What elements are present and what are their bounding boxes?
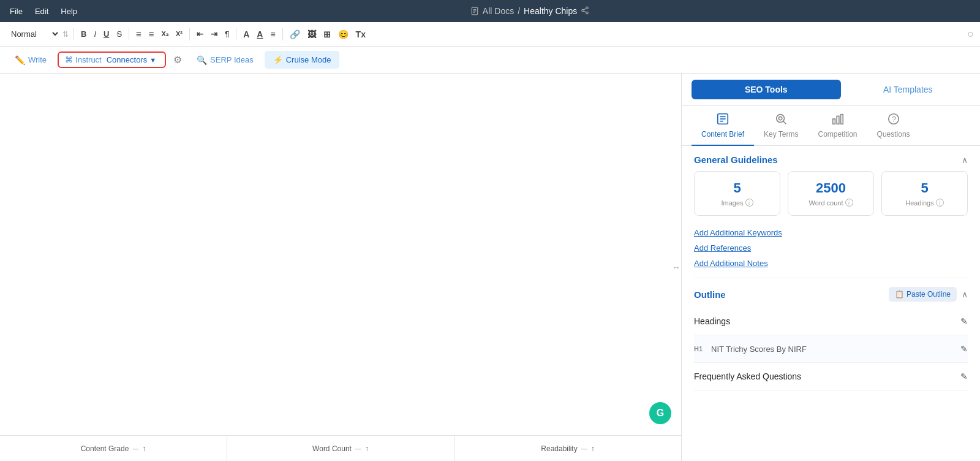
outline-headings-label: Headings	[694, 316, 730, 326]
wordcount-label: Word count i	[794, 199, 867, 207]
seo-tools-button[interactable]: SEO Tools	[692, 80, 841, 99]
font-color-button[interactable]: A	[240, 28, 252, 41]
panel-tabs: Content Brief Key Terms Competition ? Qu…	[682, 106, 980, 146]
outline-title: Outline	[694, 289, 726, 300]
cruise-mode-button[interactable]: ⚡ Cruise Mode	[265, 51, 340, 69]
instruct-label: Instruct	[75, 55, 102, 64]
bold-button[interactable]: B	[78, 28, 89, 40]
bottom-bar: Content Grade — ↑ Word Count — ↑ Readabi…	[0, 435, 681, 461]
outline-faq-left: Frequently Asked Questions	[694, 371, 801, 381]
ordered-list-button[interactable]: ≡	[133, 27, 145, 41]
tab-questions[interactable]: ? Questions	[867, 106, 920, 146]
highlight-button[interactable]: A	[254, 28, 266, 41]
headings-info-icon[interactable]: i	[936, 199, 944, 207]
text-style-select[interactable]: Normal Heading 1 Heading 2	[6, 28, 60, 40]
tab-questions-label: Questions	[877, 130, 910, 139]
indent-left-button[interactable]: ⇤	[194, 28, 206, 40]
svg-point-13	[777, 115, 785, 123]
align-button[interactable]: ≡	[267, 28, 278, 41]
menu-file[interactable]: File	[10, 7, 23, 16]
tab-content-brief[interactable]: Content Brief	[692, 106, 754, 146]
unordered-list-button[interactable]: ≡	[146, 27, 157, 41]
connectors-button[interactable]: Connectors ▼	[104, 55, 159, 64]
content-grade-up-arrow[interactable]: ↑	[142, 444, 146, 453]
strikethrough-button[interactable]: S	[113, 28, 125, 40]
resize-handle[interactable]: ↔	[671, 255, 681, 280]
add-references-link[interactable]: Add References	[694, 243, 968, 253]
word-count-up-arrow[interactable]: ↑	[365, 444, 369, 453]
h1-edit-icon[interactable]: ✎	[960, 344, 968, 354]
indent-right-button[interactable]: ⇥	[208, 28, 221, 40]
share-icon[interactable]	[581, 6, 589, 17]
wordcount-value: 2500	[794, 180, 867, 196]
editor-content[interactable]	[0, 74, 681, 435]
table-button[interactable]: ⊞	[320, 28, 334, 41]
svg-rect-17	[837, 116, 839, 124]
write-label: Write	[28, 55, 47, 64]
svg-point-5	[582, 9, 584, 12]
tab-competition[interactable]: Competition	[809, 106, 867, 146]
questions-icon: ?	[887, 112, 900, 128]
images-label: Images i	[701, 199, 774, 207]
readability-up-arrow[interactable]: ↑	[591, 444, 595, 453]
clear-format-button[interactable]: Tx	[353, 28, 369, 41]
breadcrumb-all[interactable]: All Docs	[483, 6, 514, 16]
subscript-button[interactable]: X₂	[159, 28, 172, 40]
action-links: Add Additional Keywords Add References A…	[682, 226, 980, 278]
content-brief-icon	[716, 112, 729, 128]
image-button[interactable]: 🖼	[304, 28, 319, 41]
outline-h1-item: H1 NIT Trichy Scores By NIRF ✎	[694, 335, 968, 363]
paste-outline-button[interactable]: 📋 Paste Outline	[889, 287, 957, 302]
ai-templates-button[interactable]: AI Templates	[846, 80, 971, 99]
link-button[interactable]: 🔗	[287, 28, 303, 41]
word-count-label: Word Count	[312, 444, 352, 453]
emoji-button[interactable]: 😊	[335, 28, 352, 41]
panel-body: General Guidelines ∧ 5 Images i 2500 Wor…	[682, 146, 980, 461]
headings-label: Headings i	[888, 199, 961, 207]
general-guidelines-chevron: ∧	[962, 155, 968, 165]
tab-content-brief-label: Content Brief	[701, 130, 744, 139]
menu-help[interactable]: Help	[61, 7, 77, 16]
add-keywords-link[interactable]: Add Additional Keywords	[694, 228, 968, 237]
wordcount-card: 2500 Word count i	[788, 171, 874, 216]
general-guidelines-header[interactable]: General Guidelines ∧	[682, 146, 980, 171]
instruct-connectors-group: ⌘ Instruct Connectors ▼	[58, 51, 166, 68]
grammarly-button[interactable]: G	[649, 402, 671, 424]
serp-button[interactable]: 🔍 SERP Ideas	[189, 51, 261, 69]
instruct-button[interactable]: ⌘ Instruct	[65, 55, 102, 64]
menu-edit[interactable]: Edit	[35, 7, 48, 16]
panel-top: SEO Tools AI Templates	[682, 74, 980, 106]
svg-text:?: ?	[892, 115, 896, 124]
breadcrumb-current: Healthy Chips	[524, 6, 577, 16]
menu-bar: File Edit Help All Docs / Healthy Chips	[0, 0, 980, 22]
italic-button[interactable]: I	[91, 28, 99, 40]
headings-value: 5	[888, 180, 961, 196]
images-info-icon[interactable]: i	[745, 199, 753, 207]
outline-faq-label: Frequently Asked Questions	[694, 371, 801, 381]
content-grade-dash: —	[132, 445, 138, 452]
outline-items: Headings ✎ H1 NIT Trichy Scores By NIRF …	[682, 308, 980, 391]
superscript-button[interactable]: X²	[173, 28, 186, 40]
tab-key-terms-label: Key Terms	[764, 130, 798, 139]
instruct-connectors-inner: ⌘ Instruct Connectors ▼	[59, 53, 165, 67]
wordcount-info-icon[interactable]: i	[845, 199, 853, 207]
search-icon: 🔍	[197, 55, 207, 65]
svg-point-6	[586, 12, 589, 14]
svg-point-14	[779, 116, 783, 120]
readability-label: Readability	[541, 444, 577, 453]
underline-button[interactable]: U	[100, 28, 112, 40]
tab-key-terms[interactable]: Key Terms	[754, 106, 808, 146]
right-panel: SEO Tools AI Templates Content Brief Key…	[681, 74, 980, 461]
faq-edit-icon[interactable]: ✎	[960, 371, 968, 381]
headings-edit-icon[interactable]: ✎	[960, 316, 968, 326]
readability-item: Readability — ↑	[454, 436, 681, 461]
outline-chevron: ∧	[962, 289, 968, 299]
paragraph-button[interactable]: ¶	[222, 28, 232, 40]
content-grade-label: Content Grade	[81, 444, 129, 453]
connectors-label: Connectors	[107, 55, 147, 64]
outline-h1-left: H1 NIT Trichy Scores By NIRF	[694, 345, 807, 354]
add-notes-link[interactable]: Add Additional Notes	[694, 259, 968, 268]
write-button[interactable]: ✏️ Write	[7, 51, 54, 69]
settings-button[interactable]: ⚙	[170, 50, 186, 69]
svg-line-8	[584, 8, 586, 9]
